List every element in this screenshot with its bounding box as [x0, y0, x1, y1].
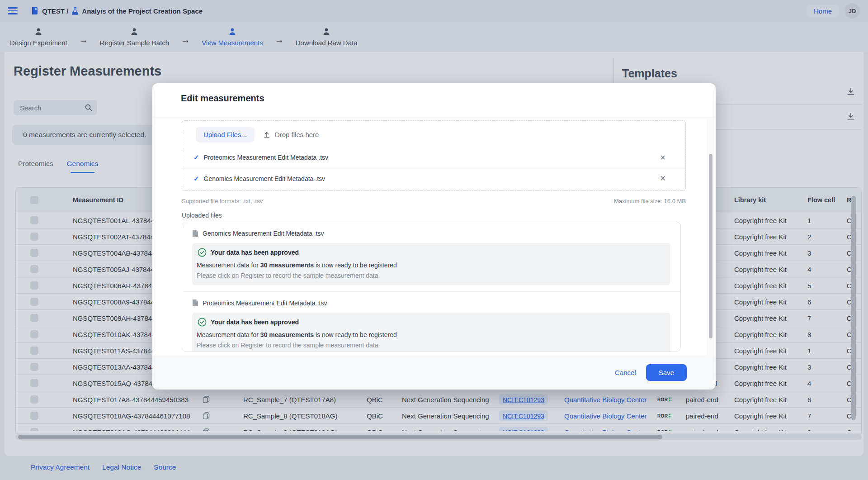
approval-title: Your data has been approved: [211, 318, 299, 326]
check-icon: ✓: [193, 175, 199, 183]
approval-box: Your data has been approved Measurement …: [192, 313, 670, 352]
approval-box: Your data has been approved Measurement …: [192, 243, 670, 285]
success-check-icon: [198, 318, 207, 327]
upload-files-button[interactable]: Upload Files...: [196, 127, 255, 143]
uploaded-file-name-row: Genomics Measurement Edit Metadata .tsv: [192, 229, 670, 237]
drop-hint: Drop files here: [263, 131, 319, 139]
staged-file-name: Proteomics Measurement Edit Metadata .ts…: [204, 154, 328, 161]
remove-file-icon[interactable]: ✕: [660, 174, 666, 183]
app-root: QTEST / Analyis of the Project Creation …: [0, 0, 868, 480]
dialog-title: Edit measurements: [181, 93, 264, 104]
uploaded-file-name: Proteomics Measurement Edit Metadata .ts…: [203, 299, 327, 307]
dialog-scrollbar-track: [708, 119, 713, 373]
approval-note: Please click on Register to record the s…: [197, 272, 664, 279]
cancel-button[interactable]: Cancel: [615, 369, 636, 376]
file-dropzone[interactable]: Upload Files... Drop files here ✓ Proteo…: [182, 120, 686, 191]
upload-icon: [263, 131, 271, 139]
success-check-icon: [198, 248, 207, 257]
approval-line: Measurement data for 30 measurements is …: [197, 261, 664, 269]
uploaded-file-name: Genomics Measurement Edit Metadata .tsv: [203, 230, 324, 237]
save-button[interactable]: Save: [646, 364, 687, 381]
uploaded-file: Proteomics Measurement Edit Metadata .ts…: [182, 291, 680, 352]
formats-hint: Supported file formats: .txt, .tsv: [182, 198, 263, 204]
staged-file-row: ✓ Genomics Measurement Edit Metadata .ts…: [183, 168, 685, 189]
upload-hints: Supported file formats: .txt, .tsv Maxim…: [182, 198, 686, 204]
dialog-divider: [152, 118, 716, 118]
max-size-hint: Maximum file size: 16.0 MB: [614, 198, 686, 204]
remove-file-icon[interactable]: ✕: [660, 153, 666, 162]
edit-measurements-dialog: Edit measurements Upload Files... Drop f…: [152, 83, 716, 390]
dialog-scrollbar[interactable]: [709, 154, 712, 338]
staged-file-row: ✓ Proteomics Measurement Edit Metadata .…: [183, 147, 685, 168]
uploaded-file: Genomics Measurement Edit Metadata .tsv …: [182, 222, 680, 291]
document-icon: [192, 299, 198, 307]
approval-title-row: Your data has been approved: [198, 318, 664, 327]
dialog-footer: Cancel Save: [152, 355, 716, 390]
approval-line: Measurement data for 30 measurements is …: [197, 331, 664, 338]
uploaded-files-label: Uploaded files: [182, 212, 222, 219]
approval-note: Please click on Register to record the s…: [197, 342, 664, 349]
uploaded-files-card: Genomics Measurement Edit Metadata .tsv …: [182, 222, 681, 352]
approval-title-row: Your data has been approved: [198, 248, 664, 257]
approval-title: Your data has been approved: [211, 249, 299, 256]
uploaded-file-name-row: Proteomics Measurement Edit Metadata .ts…: [192, 299, 670, 307]
upload-controls: Upload Files... Drop files here: [182, 121, 685, 147]
check-icon: ✓: [193, 153, 199, 162]
staged-file-name: Genomics Measurement Edit Metadata .tsv: [204, 175, 325, 182]
document-icon: [192, 229, 198, 237]
